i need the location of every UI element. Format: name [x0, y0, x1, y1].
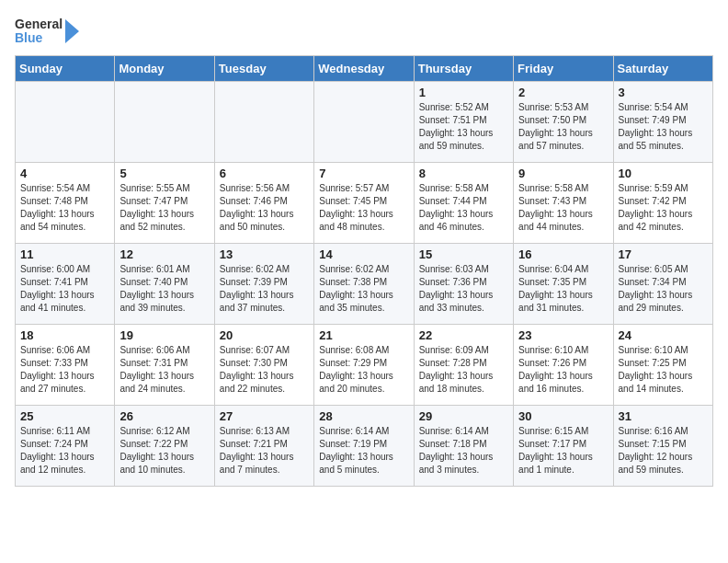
calendar-cell: 14Sunrise: 6:02 AM Sunset: 7:38 PM Dayli…: [314, 244, 414, 325]
day-number: 24: [619, 328, 708, 342]
day-number: 10: [619, 167, 708, 180]
calendar-cell: 28Sunrise: 6:14 AM Sunset: 7:19 PM Dayli…: [314, 406, 414, 487]
day-info: Sunrise: 6:13 AM Sunset: 7:21 PM Dayligh…: [220, 425, 309, 477]
calendar-cell: 20Sunrise: 6:07 AM Sunset: 7:30 PM Dayli…: [214, 325, 313, 406]
calendar-cell: 3Sunrise: 5:54 AM Sunset: 7:49 PM Daylig…: [613, 82, 712, 163]
calendar-week-4: 18Sunrise: 6:06 AM Sunset: 7:33 PM Dayli…: [16, 325, 713, 406]
day-info: Sunrise: 6:02 AM Sunset: 7:38 PM Dayligh…: [319, 263, 408, 315]
day-number: 18: [20, 328, 109, 342]
day-number: 28: [319, 409, 408, 423]
calendar-cell: 17Sunrise: 6:05 AM Sunset: 7:34 PM Dayli…: [613, 244, 712, 325]
calendar-cell: 9Sunrise: 5:58 AM Sunset: 7:43 PM Daylig…: [514, 163, 613, 244]
day-number: 6: [220, 167, 309, 180]
day-number: 29: [419, 409, 508, 423]
day-info: Sunrise: 5:56 AM Sunset: 7:46 PM Dayligh…: [220, 182, 309, 234]
day-number: 21: [319, 328, 408, 342]
day-number: 5: [119, 167, 209, 180]
day-info: Sunrise: 5:57 AM Sunset: 7:45 PM Dayligh…: [319, 182, 408, 234]
calendar-cell: 2Sunrise: 5:53 AM Sunset: 7:50 PM Daylig…: [514, 82, 613, 163]
day-info: Sunrise: 6:09 AM Sunset: 7:28 PM Dayligh…: [419, 344, 508, 396]
weekday-header-friday: Friday: [514, 56, 613, 82]
calendar-cell: 22Sunrise: 6:09 AM Sunset: 7:28 PM Dayli…: [414, 325, 513, 406]
day-info: Sunrise: 6:01 AM Sunset: 7:40 PM Dayligh…: [119, 263, 209, 315]
day-info: Sunrise: 6:12 AM Sunset: 7:22 PM Dayligh…: [119, 425, 209, 477]
weekday-header-tuesday: Tuesday: [214, 56, 313, 82]
day-info: Sunrise: 6:05 AM Sunset: 7:34 PM Dayligh…: [619, 263, 708, 315]
calendar-cell: 10Sunrise: 5:59 AM Sunset: 7:42 PM Dayli…: [613, 163, 712, 244]
day-number: 3: [619, 86, 708, 99]
calendar-cell: 31Sunrise: 6:16 AM Sunset: 7:15 PM Dayli…: [613, 406, 712, 487]
day-info: Sunrise: 6:11 AM Sunset: 7:24 PM Dayligh…: [20, 425, 109, 477]
day-number: 12: [119, 247, 209, 261]
svg-text:Blue: Blue: [15, 30, 43, 45]
calendar-week-3: 11Sunrise: 6:00 AM Sunset: 7:41 PM Dayli…: [16, 244, 713, 325]
calendar-cell: [16, 82, 115, 163]
day-info: Sunrise: 6:07 AM Sunset: 7:30 PM Dayligh…: [220, 344, 309, 396]
calendar-week-5: 25Sunrise: 6:11 AM Sunset: 7:24 PM Dayli…: [16, 406, 713, 487]
day-number: 17: [619, 247, 708, 261]
day-number: 1: [419, 86, 508, 99]
calendar-cell: 1Sunrise: 5:52 AM Sunset: 7:51 PM Daylig…: [414, 82, 513, 163]
day-info: Sunrise: 6:08 AM Sunset: 7:29 PM Dayligh…: [319, 344, 408, 396]
calendar-cell: [314, 82, 414, 163]
calendar-cell: [214, 82, 313, 163]
weekday-header-saturday: Saturday: [613, 56, 712, 82]
calendar-header: SundayMondayTuesdayWednesdayThursdayFrid…: [16, 56, 713, 82]
day-number: 30: [518, 409, 608, 423]
calendar-cell: 15Sunrise: 6:03 AM Sunset: 7:36 PM Dayli…: [414, 244, 513, 325]
day-info: Sunrise: 6:16 AM Sunset: 7:15 PM Dayligh…: [619, 425, 708, 477]
day-info: Sunrise: 6:03 AM Sunset: 7:36 PM Dayligh…: [419, 263, 508, 315]
day-number: 2: [518, 86, 608, 99]
calendar-cell: 30Sunrise: 6:15 AM Sunset: 7:17 PM Dayli…: [514, 406, 613, 487]
calendar-cell: 7Sunrise: 5:57 AM Sunset: 7:45 PM Daylig…: [314, 163, 414, 244]
day-number: 31: [619, 409, 708, 423]
day-info: Sunrise: 6:15 AM Sunset: 7:17 PM Dayligh…: [518, 425, 608, 477]
calendar-cell: 18Sunrise: 6:06 AM Sunset: 7:33 PM Dayli…: [16, 325, 115, 406]
calendar-body: 1Sunrise: 5:52 AM Sunset: 7:51 PM Daylig…: [16, 82, 713, 487]
day-number: 15: [419, 247, 508, 261]
generalblue-logo-icon: GeneralBlue: [15, 15, 88, 48]
day-number: 19: [119, 328, 209, 342]
calendar-week-1: 1Sunrise: 5:52 AM Sunset: 7:51 PM Daylig…: [16, 82, 713, 163]
calendar-cell: 26Sunrise: 6:12 AM Sunset: 7:22 PM Dayli…: [115, 406, 214, 487]
day-info: Sunrise: 5:58 AM Sunset: 7:44 PM Dayligh…: [419, 182, 508, 234]
header: GeneralBlue: [15, 15, 713, 48]
day-info: Sunrise: 5:52 AM Sunset: 7:51 PM Dayligh…: [419, 101, 508, 153]
day-info: Sunrise: 6:10 AM Sunset: 7:25 PM Dayligh…: [619, 344, 708, 396]
day-info: Sunrise: 6:14 AM Sunset: 7:18 PM Dayligh…: [419, 425, 508, 477]
calendar-cell: 4Sunrise: 5:54 AM Sunset: 7:48 PM Daylig…: [16, 163, 115, 244]
day-number: 8: [419, 167, 508, 180]
day-number: 13: [220, 247, 309, 261]
calendar-cell: 25Sunrise: 6:11 AM Sunset: 7:24 PM Dayli…: [16, 406, 115, 487]
calendar-cell: 12Sunrise: 6:01 AM Sunset: 7:40 PM Dayli…: [115, 244, 214, 325]
day-number: 14: [319, 247, 408, 261]
logo: GeneralBlue: [15, 15, 88, 48]
svg-text:General: General: [15, 17, 63, 31]
day-number: 25: [20, 409, 109, 423]
day-number: 4: [20, 167, 109, 180]
calendar-cell: 8Sunrise: 5:58 AM Sunset: 7:44 PM Daylig…: [414, 163, 513, 244]
calendar-cell: [115, 82, 214, 163]
day-info: Sunrise: 6:10 AM Sunset: 7:26 PM Dayligh…: [518, 344, 608, 396]
day-number: 27: [220, 409, 309, 423]
calendar-cell: 23Sunrise: 6:10 AM Sunset: 7:26 PM Dayli…: [514, 325, 613, 406]
weekday-header-thursday: Thursday: [414, 56, 513, 82]
weekday-header-wednesday: Wednesday: [314, 56, 414, 82]
day-info: Sunrise: 6:06 AM Sunset: 7:33 PM Dayligh…: [20, 344, 109, 396]
weekday-header-row: SundayMondayTuesdayWednesdayThursdayFrid…: [16, 56, 713, 82]
calendar-cell: 24Sunrise: 6:10 AM Sunset: 7:25 PM Dayli…: [613, 325, 712, 406]
day-info: Sunrise: 6:14 AM Sunset: 7:19 PM Dayligh…: [319, 425, 408, 477]
day-info: Sunrise: 5:54 AM Sunset: 7:49 PM Dayligh…: [619, 101, 708, 153]
calendar-cell: 27Sunrise: 6:13 AM Sunset: 7:21 PM Dayli…: [214, 406, 313, 487]
calendar-table: SundayMondayTuesdayWednesdayThursdayFrid…: [15, 55, 713, 487]
day-info: Sunrise: 6:04 AM Sunset: 7:35 PM Dayligh…: [518, 263, 608, 315]
calendar-cell: 29Sunrise: 6:14 AM Sunset: 7:18 PM Dayli…: [414, 406, 513, 487]
day-info: Sunrise: 5:54 AM Sunset: 7:48 PM Dayligh…: [20, 182, 109, 234]
day-number: 7: [319, 167, 408, 180]
weekday-header-monday: Monday: [115, 56, 214, 82]
day-info: Sunrise: 6:06 AM Sunset: 7:31 PM Dayligh…: [119, 344, 209, 396]
calendar-cell: 16Sunrise: 6:04 AM Sunset: 7:35 PM Dayli…: [514, 244, 613, 325]
day-number: 11: [20, 247, 109, 261]
calendar-cell: 19Sunrise: 6:06 AM Sunset: 7:31 PM Dayli…: [115, 325, 214, 406]
day-number: 22: [419, 328, 508, 342]
